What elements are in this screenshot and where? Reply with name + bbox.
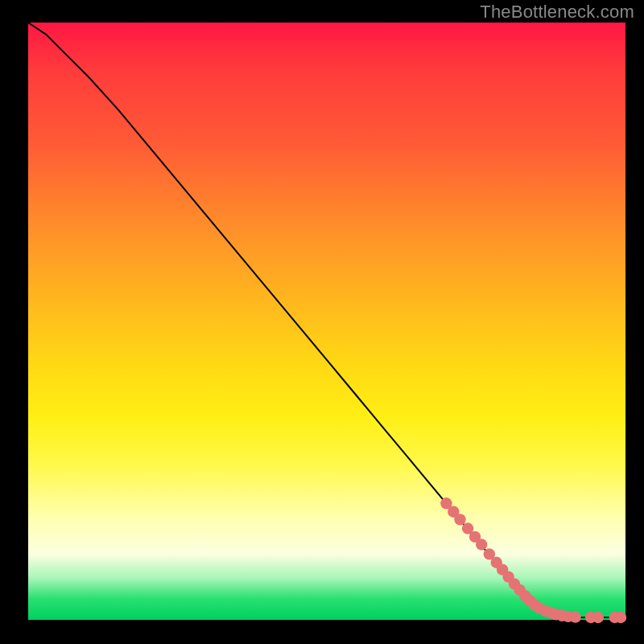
bottleneck-curve <box>28 23 625 617</box>
watermark-text: TheBottleneck.com <box>480 2 634 23</box>
plot-area <box>28 23 625 620</box>
data-point-marker <box>476 539 487 550</box>
data-point-marker <box>569 611 580 622</box>
data-point-marker <box>592 612 604 623</box>
data-point-marker <box>454 514 465 525</box>
marker-group <box>440 497 626 623</box>
plot-overlay <box>28 23 625 620</box>
data-point-marker <box>615 612 626 623</box>
